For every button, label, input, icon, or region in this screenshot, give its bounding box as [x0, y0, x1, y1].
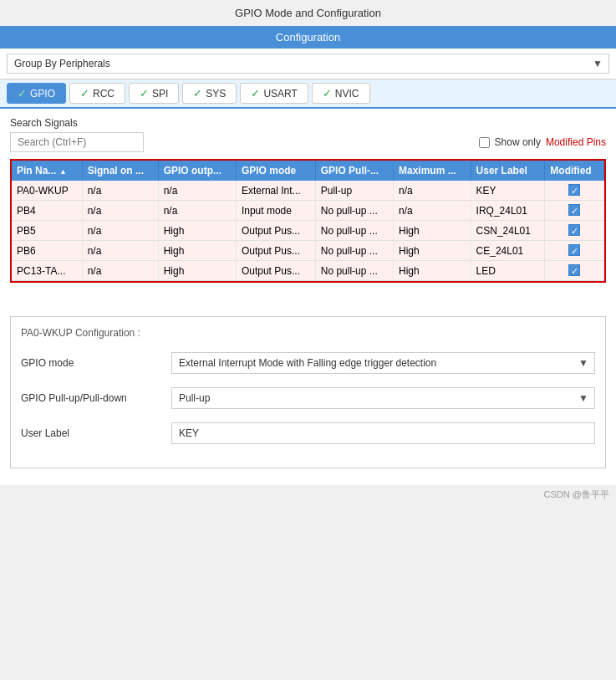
user-label-label: User Label [21, 427, 155, 439]
modified-checkbox[interactable]: ✓ [568, 224, 580, 236]
modified-cell[interactable]: ✓ [545, 241, 604, 261]
col-gpio-pull[interactable]: GPIO Pull-... [315, 161, 393, 181]
group-by-row: Group By Peripherals Group By Mode ▼ [0, 49, 616, 79]
table-row[interactable]: PB4n/an/aInput modeNo pull-up ...n/aIRQ_… [12, 201, 604, 221]
col-gpio-mode[interactable]: GPIO mode [236, 161, 315, 181]
usart-check-icon: ✓ [251, 87, 260, 100]
modified-cell[interactable]: ✓ [545, 201, 604, 221]
table-row[interactable]: PC13-TA...n/aHighOutput Pus...No pull-up… [12, 261, 604, 281]
col-gpio-output[interactable]: GPIO outp... [158, 161, 236, 181]
modified-cell[interactable]: ✓ [545, 221, 604, 241]
group-by-select[interactable]: Group By Peripherals Group By Mode [7, 54, 609, 74]
table-cell: n/a [82, 201, 158, 221]
gpio-pull-label: GPIO Pull-up/Pull-down [21, 392, 155, 404]
table-cell: CE_24L01 [471, 241, 545, 261]
modified-checkbox[interactable]: ✓ [568, 184, 580, 196]
tab-sys-label: SYS [206, 88, 226, 100]
table-cell: n/a [82, 261, 158, 281]
table-header-row: Pin Na... ▴ Signal on ... GPIO outp... G… [12, 161, 604, 181]
search-signals-label: Search Signals [10, 117, 606, 129]
table-cell: n/a [158, 181, 236, 201]
modified-checkbox[interactable]: ✓ [568, 204, 580, 216]
table-cell: n/a [82, 221, 158, 241]
table-cell: High [158, 221, 236, 241]
table-cell: High [394, 241, 471, 261]
table-cell: IRQ_24L01 [471, 201, 545, 221]
table-cell: PB6 [12, 241, 82, 261]
tab-rcc-label: RCC [93, 88, 115, 100]
table-cell: PB4 [12, 201, 82, 221]
spacer [10, 283, 606, 308]
table-cell: No pull-up ... [315, 201, 393, 221]
config-section-title: PA0-WKUP Configuration : [21, 327, 595, 339]
modified-cell[interactable]: ✓ [545, 181, 604, 201]
config-header: Configuration [0, 26, 616, 49]
table-cell: PB5 [12, 221, 82, 241]
table-cell: n/a [82, 241, 158, 261]
sys-check-icon: ✓ [193, 87, 202, 100]
modified-checkbox[interactable]: ✓ [568, 244, 580, 256]
show-modified-label: Show only [495, 136, 541, 148]
table-cell: No pull-up ... [315, 261, 393, 281]
table-row[interactable]: PA0-WKUPn/an/aExternal Int...Pull-upn/aK… [12, 181, 604, 201]
tab-gpio[interactable]: ✓ GPIO [7, 83, 66, 104]
gpio-mode-select[interactable]: External Interrupt Mode with Falling edg… [171, 352, 595, 374]
table-cell: External Int... [236, 181, 315, 201]
gpio-mode-select-wrapper: External Interrupt Mode with Falling edg… [171, 352, 595, 374]
table-cell: n/a [158, 201, 236, 221]
tab-usart-label: USART [263, 88, 297, 100]
table-row[interactable]: PB6n/aHighOutput Pus...No pull-up ...Hig… [12, 241, 604, 261]
show-modified-row: Show only Modified Pins [479, 136, 606, 148]
tab-nvic-label: NVIC [335, 88, 359, 100]
nvic-check-icon: ✓ [323, 87, 332, 100]
tab-nvic[interactable]: ✓ NVIC [312, 83, 370, 104]
show-modified-checkbox[interactable] [479, 137, 490, 148]
table-cell: High [158, 261, 236, 281]
tab-rcc[interactable]: ✓ RCC [69, 83, 125, 104]
main-content: Search Signals Show only Modified Pins P… [0, 109, 616, 485]
table-cell: No pull-up ... [315, 241, 393, 261]
col-maximum[interactable]: Maximum ... [394, 161, 471, 181]
user-label-input[interactable] [171, 422, 595, 444]
col-user-label[interactable]: User Label [471, 161, 545, 181]
col-modified[interactable]: Modified [545, 161, 604, 181]
gpio-table: Pin Na... ▴ Signal on ... GPIO outp... G… [12, 161, 604, 281]
col-pin-name[interactable]: Pin Na... ▴ [12, 161, 82, 181]
spi-check-icon: ✓ [140, 87, 149, 100]
table-cell: Output Pus... [236, 261, 315, 281]
group-by-wrapper: Group By Peripherals Group By Mode ▼ [7, 54, 609, 74]
table-cell: Output Pus... [236, 221, 315, 241]
table-cell: n/a [394, 201, 471, 221]
gpio-mode-field: GPIO mode External Interrupt Mode with F… [21, 352, 595, 374]
table-cell: n/a [82, 181, 158, 201]
table-cell: KEY [471, 181, 545, 201]
tab-sys[interactable]: ✓ SYS [182, 83, 237, 104]
gpio-mode-control: External Interrupt Mode with Falling edg… [171, 352, 595, 374]
tab-gpio-label: GPIO [30, 88, 55, 100]
gpio-pull-control: Pull-up Pull-down No pull-up and no pull… [171, 387, 595, 409]
gpio-table-wrapper: Pin Na... ▴ Signal on ... GPIO outp... G… [10, 159, 606, 283]
tab-spi[interactable]: ✓ SPI [129, 83, 179, 104]
table-cell: n/a [394, 181, 471, 201]
modified-cell[interactable]: ✓ [545, 261, 604, 281]
modified-pins-label: Modified Pins [546, 136, 606, 148]
rcc-check-icon: ✓ [80, 87, 89, 100]
table-cell: Output Pus... [236, 241, 315, 261]
watermark: CSDN @鲁平平 [0, 485, 616, 504]
modified-checkbox[interactable]: ✓ [568, 264, 580, 276]
user-label-field: User Label [21, 422, 595, 444]
table-cell: High [394, 261, 471, 281]
config-section: PA0-WKUP Configuration : GPIO mode Exter… [10, 316, 606, 468]
gpio-check-icon: ✓ [18, 87, 27, 100]
page-title: GPIO Mode and Configuration [0, 0, 616, 26]
gpio-pull-select[interactable]: Pull-up Pull-down No pull-up and no pull… [171, 387, 595, 409]
table-cell: LED [471, 261, 545, 281]
table-cell: High [158, 241, 236, 261]
table-cell: No pull-up ... [315, 221, 393, 241]
col-signal-on[interactable]: Signal on ... [82, 161, 158, 181]
search-input[interactable] [10, 132, 144, 152]
table-row[interactable]: PB5n/aHighOutput Pus...No pull-up ...Hig… [12, 221, 604, 241]
search-row: Show only Modified Pins [10, 132, 606, 152]
tab-usart[interactable]: ✓ USART [240, 83, 308, 104]
table-cell: PC13-TA... [12, 261, 82, 281]
